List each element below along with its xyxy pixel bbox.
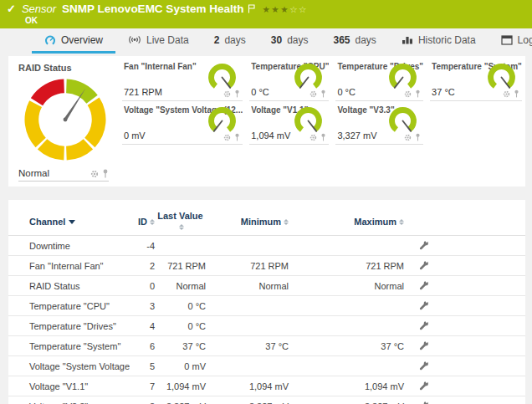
channel-last-value: 0 mV [155,361,206,371]
channel-name[interactable]: Downtime [18,241,130,251]
pin-icon[interactable] [415,89,421,98]
overview-panel: RAID Status Normal [8,56,525,187]
gauge-tile[interactable]: Voltage "V3.3" 3,327 mV [335,101,423,145]
wrench-icon[interactable] [418,240,429,251]
table-row[interactable]: Temperature "System" 6 37 °C 37 °C 37 °C [8,336,525,356]
gear-icon[interactable] [309,90,317,98]
pin-icon[interactable] [320,133,326,141]
channel-minimum: 721 RPM [206,261,289,271]
gauge-tile[interactable]: Temperature "System" 37 °C [430,58,522,101]
raid-gauge-title: RAID Status [18,63,112,73]
channel-last-value: 1,094 mV [155,381,206,391]
pin-icon[interactable] [234,133,240,141]
tab-overview[interactable]: Overview [32,28,115,54]
channel-last-value: Normal [155,281,206,291]
sort-desc-icon [69,220,75,224]
wrench-icon[interactable] [418,300,429,311]
tab-bar: Overview Live Data 2 days 30 days 365 da… [0,28,532,54]
pin-icon[interactable] [514,89,519,98]
wrench-icon[interactable] [418,260,429,271]
table-row[interactable]: RAID Status 0 Normal Normal Normal [8,276,525,296]
sensor-page: ✓ Sensor SNMP LenovoEMC System Health ★★… [0,0,532,404]
channel-name[interactable]: RAID Status [18,281,130,291]
tab-historic-data[interactable]: Historic Data [389,28,489,54]
table-row[interactable]: Voltage "V1.1" 7 1,094 mV 1,094 mV 1,094… [8,376,525,396]
channel-last-value: 721 RPM [155,261,206,271]
gear-icon[interactable] [90,170,99,178]
stars-empty[interactable]: ☆☆ [289,4,308,14]
table-row[interactable]: Temperature "CPU" 3 0 °C [8,296,525,316]
gauge-tile[interactable]: Voltage "V1.1" 1,094 mV [249,101,329,145]
gauge-value: 721 RPM [124,87,162,97]
gear-icon[interactable] [404,90,412,98]
gauge-dial [293,62,324,93]
gauge-dial [293,105,324,136]
gauge-tile[interactable]: Temperature "Drives" 0 °C [335,58,423,101]
gauge-dial [207,62,238,93]
column-header-minimum[interactable]: Minimum [206,217,289,227]
channel-name[interactable]: Voltage "System Voltage (... [18,361,130,371]
channel-name[interactable]: Temperature "CPU" [18,301,130,311]
gauge-tile[interactable]: Temperature "CPU" 0 °C [249,58,329,101]
gauge-dial [387,105,418,136]
raid-status-tile[interactable]: RAID Status Normal [8,56,122,187]
channel-maximum: 37 °C [289,341,404,351]
tab-number: 365 [333,34,350,46]
wrench-icon[interactable] [418,361,429,371]
column-header-id[interactable]: ID [130,217,155,227]
wrench-icon[interactable] [418,340,429,351]
gauge-tile[interactable]: Voltage "System Voltage (12... 0 mV [122,101,243,145]
gauge-tile[interactable]: Fan "Internal Fan" 721 RPM [122,58,243,101]
tab-number: 2 [214,34,220,46]
wrench-icon[interactable] [418,401,429,404]
table-body: Downtime -4 Fan "I [8,236,525,404]
channel-name[interactable]: Fan "Internal Fan" [18,261,130,271]
channel-id: 0 [130,281,155,291]
gear-icon[interactable] [309,134,317,141]
raid-gauge-dial [18,73,112,166]
tab-log[interactable]: Log [489,28,532,54]
gauge-dial [207,105,238,136]
tab-30-days[interactable]: 30 days [258,28,321,54]
pin-icon[interactable] [320,89,326,98]
channel-name[interactable]: Temperature "System" [18,341,130,351]
wrench-icon[interactable] [418,320,429,331]
gear-icon[interactable] [223,90,231,98]
pin-icon[interactable] [102,169,109,178]
channel-name[interactable]: Voltage "V1.1" [18,381,130,391]
channel-id: 6 [130,341,155,351]
tab-live-data[interactable]: Live Data [115,28,202,54]
status-banner: ✓ Sensor SNMP LenovoEMC System Health ★★… [0,0,532,28]
gear-icon[interactable] [404,134,412,141]
table-row[interactable]: Fan "Internal Fan" 2 721 RPM 721 RPM 721… [8,256,525,276]
wrench-icon[interactable] [418,381,429,391]
wrench-icon[interactable] [418,280,429,291]
pin-icon[interactable] [415,133,421,141]
status-check-icon: ✓ [7,3,16,15]
flag-icon[interactable] [248,4,255,13]
mini-gauge-grid: Fan "Internal Fan" 721 RPM [122,56,529,187]
channel-name[interactable]: Temperature "Drives" [18,321,130,331]
column-header-channel[interactable]: Channel [18,217,130,227]
table-row[interactable]: Downtime -4 [8,236,525,256]
gear-icon[interactable] [503,90,510,98]
table-row[interactable]: Voltage "V3.3" 8 3,327 mV 3,327 mV 3,327… [8,396,525,404]
pin-icon[interactable] [234,89,240,98]
channel-id: 3 [130,301,155,311]
column-header-last-value[interactable]: Last Value [155,211,206,232]
tab-365-days[interactable]: 365 days [320,28,388,54]
tab-2-days[interactable]: 2 days [202,28,258,54]
tab-number: 30 [271,34,282,46]
column-header-maximum[interactable]: Maximum [289,217,404,227]
table-row[interactable]: Temperature "Drives" 4 0 °C [8,316,525,336]
raid-gauge-footer: Normal [18,168,109,182]
sensor-kind-label: Sensor [22,3,56,15]
sort-icon [399,219,404,225]
channel-maximum: 1,094 mV [289,381,404,391]
tab-label: days [287,34,308,46]
channel-id: 2 [130,261,155,271]
gear-icon[interactable] [223,134,231,141]
table-row[interactable]: Voltage "System Voltage (... 5 0 mV [8,356,525,376]
stars-filled[interactable]: ★★★ [262,4,289,14]
priority-stars[interactable]: ★★★☆☆ [262,4,308,14]
